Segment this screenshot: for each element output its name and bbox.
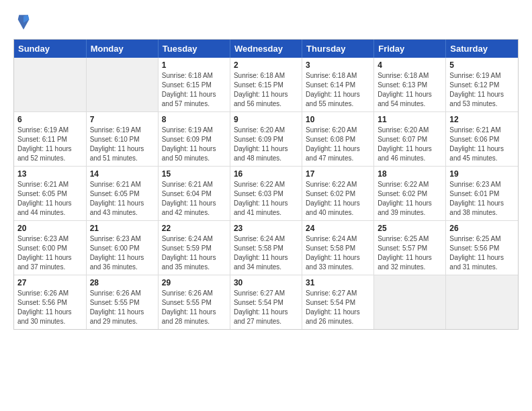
- day-info: Sunrise: 6:26 AM Sunset: 5:55 PM Dayligh…: [162, 289, 226, 326]
- day-info: Sunrise: 6:20 AM Sunset: 6:07 PM Dayligh…: [378, 126, 442, 163]
- day-number: 23: [234, 224, 298, 233]
- header-day-tuesday: Tuesday: [158, 40, 230, 58]
- calendar-cell: 20Sunrise: 6:23 AM Sunset: 6:00 PM Dayli…: [14, 221, 86, 275]
- calendar-cell: 17Sunrise: 6:22 AM Sunset: 6:02 PM Dayli…: [302, 167, 374, 221]
- day-number: 29: [162, 278, 226, 287]
- header-day-sunday: Sunday: [14, 40, 86, 58]
- calendar-cell: 28Sunrise: 6:26 AM Sunset: 5:55 PM Dayli…: [86, 275, 158, 330]
- calendar-cell: 13Sunrise: 6:21 AM Sunset: 6:05 PM Dayli…: [14, 167, 86, 221]
- day-info: Sunrise: 6:26 AM Sunset: 5:56 PM Dayligh…: [17, 289, 83, 326]
- calendar-cell: 2Sunrise: 6:18 AM Sunset: 6:15 PM Daylig…: [230, 58, 302, 112]
- week-row-2: 6Sunrise: 6:19 AM Sunset: 6:11 PM Daylig…: [14, 112, 518, 167]
- calendar-cell: [86, 58, 158, 112]
- day-info: Sunrise: 6:25 AM Sunset: 5:56 PM Dayligh…: [449, 234, 515, 272]
- calendar-header: SundayMondayTuesdayWednesdayThursdayFrid…: [14, 40, 518, 58]
- day-info: Sunrise: 6:23 AM Sunset: 6:01 PM Dayligh…: [449, 180, 515, 218]
- calendar-cell: [374, 275, 446, 330]
- calendar-cell: 31Sunrise: 6:27 AM Sunset: 5:54 PM Dayli…: [302, 275, 374, 330]
- day-number: 30: [234, 278, 298, 287]
- day-number: 20: [17, 224, 83, 233]
- header-day-wednesday: Wednesday: [230, 40, 302, 58]
- week-row-3: 13Sunrise: 6:21 AM Sunset: 6:05 PM Dayli…: [14, 167, 518, 221]
- calendar-cell: 16Sunrise: 6:22 AM Sunset: 6:03 PM Dayli…: [230, 167, 302, 221]
- calendar-cell: 7Sunrise: 6:19 AM Sunset: 6:10 PM Daylig…: [86, 112, 158, 167]
- calendar-body: 1Sunrise: 6:18 AM Sunset: 6:15 PM Daylig…: [14, 58, 518, 329]
- logo-icon: [17, 13, 30, 32]
- day-info: Sunrise: 6:24 AM Sunset: 5:59 PM Dayligh…: [162, 234, 226, 272]
- day-info: Sunrise: 6:18 AM Sunset: 6:13 PM Dayligh…: [378, 71, 442, 109]
- calendar-cell: 10Sunrise: 6:20 AM Sunset: 6:08 PM Dayli…: [302, 112, 374, 167]
- day-info: Sunrise: 6:21 AM Sunset: 6:05 PM Dayligh…: [90, 180, 154, 218]
- logo: [17, 13, 33, 32]
- day-number: 13: [17, 169, 83, 179]
- day-number: 3: [306, 60, 370, 70]
- calendar-cell: 18Sunrise: 6:22 AM Sunset: 6:02 PM Dayli…: [374, 167, 446, 221]
- day-info: Sunrise: 6:24 AM Sunset: 5:58 PM Dayligh…: [234, 234, 298, 272]
- day-number: 22: [162, 224, 226, 233]
- calendar-cell: 3Sunrise: 6:18 AM Sunset: 6:14 PM Daylig…: [302, 58, 374, 112]
- day-info: Sunrise: 6:19 AM Sunset: 6:10 PM Dayligh…: [90, 126, 154, 163]
- calendar-table: SundayMondayTuesdayWednesdayThursdayFrid…: [14, 40, 518, 329]
- day-number: 24: [306, 224, 370, 233]
- day-info: Sunrise: 6:18 AM Sunset: 6:14 PM Dayligh…: [306, 71, 370, 109]
- day-info: Sunrise: 6:21 AM Sunset: 6:04 PM Dayligh…: [162, 180, 226, 218]
- day-info: Sunrise: 6:22 AM Sunset: 6:02 PM Dayligh…: [378, 180, 442, 218]
- calendar-cell: 1Sunrise: 6:18 AM Sunset: 6:15 PM Daylig…: [158, 58, 230, 112]
- day-number: 15: [162, 169, 226, 179]
- day-info: Sunrise: 6:19 AM Sunset: 6:12 PM Dayligh…: [449, 71, 515, 109]
- calendar-cell: 21Sunrise: 6:23 AM Sunset: 6:00 PM Dayli…: [86, 221, 158, 275]
- day-info: Sunrise: 6:22 AM Sunset: 6:03 PM Dayligh…: [234, 180, 298, 218]
- day-info: Sunrise: 6:24 AM Sunset: 5:58 PM Dayligh…: [306, 234, 370, 272]
- day-info: Sunrise: 6:23 AM Sunset: 6:00 PM Dayligh…: [90, 234, 154, 272]
- day-number: 6: [17, 115, 83, 124]
- day-number: 1: [162, 60, 226, 70]
- day-number: 25: [378, 224, 442, 233]
- day-number: 10: [306, 115, 370, 124]
- calendar-cell: 14Sunrise: 6:21 AM Sunset: 6:05 PM Dayli…: [86, 167, 158, 221]
- day-info: Sunrise: 6:26 AM Sunset: 5:55 PM Dayligh…: [90, 289, 154, 326]
- week-row-4: 20Sunrise: 6:23 AM Sunset: 6:00 PM Dayli…: [14, 221, 518, 275]
- day-number: 27: [17, 278, 83, 287]
- week-row-5: 27Sunrise: 6:26 AM Sunset: 5:56 PM Dayli…: [14, 275, 518, 330]
- day-number: 12: [449, 115, 515, 124]
- calendar-cell: [14, 58, 86, 112]
- header-day-monday: Monday: [86, 40, 158, 58]
- day-number: 4: [378, 60, 442, 70]
- day-info: Sunrise: 6:27 AM Sunset: 5:54 PM Dayligh…: [306, 289, 370, 326]
- calendar-cell: 23Sunrise: 6:24 AM Sunset: 5:58 PM Dayli…: [230, 221, 302, 275]
- calendar-cell: 30Sunrise: 6:27 AM Sunset: 5:54 PM Dayli…: [230, 275, 302, 330]
- day-info: Sunrise: 6:22 AM Sunset: 6:02 PM Dayligh…: [306, 180, 370, 218]
- day-number: 31: [306, 278, 370, 287]
- day-number: 11: [378, 115, 442, 124]
- day-number: 14: [90, 169, 154, 179]
- day-info: Sunrise: 6:18 AM Sunset: 6:15 PM Dayligh…: [234, 71, 298, 109]
- day-info: Sunrise: 6:20 AM Sunset: 6:09 PM Dayligh…: [234, 126, 298, 163]
- day-info: Sunrise: 6:27 AM Sunset: 5:54 PM Dayligh…: [234, 289, 298, 326]
- day-number: 17: [306, 169, 370, 179]
- calendar-cell: 25Sunrise: 6:25 AM Sunset: 5:57 PM Dayli…: [374, 221, 446, 275]
- calendar-cell: 15Sunrise: 6:21 AM Sunset: 6:04 PM Dayli…: [158, 167, 230, 221]
- calendar-cell: [446, 275, 518, 330]
- day-info: Sunrise: 6:20 AM Sunset: 6:08 PM Dayligh…: [306, 126, 370, 163]
- calendar-cell: 27Sunrise: 6:26 AM Sunset: 5:56 PM Dayli…: [14, 275, 86, 330]
- day-number: 8: [162, 115, 226, 124]
- calendar-cell: 29Sunrise: 6:26 AM Sunset: 5:55 PM Dayli…: [158, 275, 230, 330]
- day-number: 28: [90, 278, 154, 287]
- day-info: Sunrise: 6:19 AM Sunset: 6:09 PM Dayligh…: [162, 126, 226, 163]
- calendar-cell: 22Sunrise: 6:24 AM Sunset: 5:59 PM Dayli…: [158, 221, 230, 275]
- calendar-cell: 24Sunrise: 6:24 AM Sunset: 5:58 PM Dayli…: [302, 221, 374, 275]
- day-info: Sunrise: 6:23 AM Sunset: 6:00 PM Dayligh…: [17, 234, 83, 272]
- day-number: 7: [90, 115, 154, 124]
- day-number: 5: [449, 60, 515, 70]
- calendar-cell: 26Sunrise: 6:25 AM Sunset: 5:56 PM Dayli…: [446, 221, 518, 275]
- day-number: 2: [234, 60, 298, 70]
- day-number: 9: [234, 115, 298, 124]
- day-info: Sunrise: 6:25 AM Sunset: 5:57 PM Dayligh…: [378, 234, 442, 272]
- day-info: Sunrise: 6:18 AM Sunset: 6:15 PM Dayligh…: [162, 71, 226, 109]
- day-info: Sunrise: 6:21 AM Sunset: 6:05 PM Dayligh…: [17, 180, 83, 218]
- calendar-cell: 19Sunrise: 6:23 AM Sunset: 6:01 PM Dayli…: [446, 167, 518, 221]
- header-day-friday: Friday: [374, 40, 446, 58]
- calendar-cell: 11Sunrise: 6:20 AM Sunset: 6:07 PM Dayli…: [374, 112, 446, 167]
- calendar-cell: 8Sunrise: 6:19 AM Sunset: 6:09 PM Daylig…: [158, 112, 230, 167]
- header-day-thursday: Thursday: [302, 40, 374, 58]
